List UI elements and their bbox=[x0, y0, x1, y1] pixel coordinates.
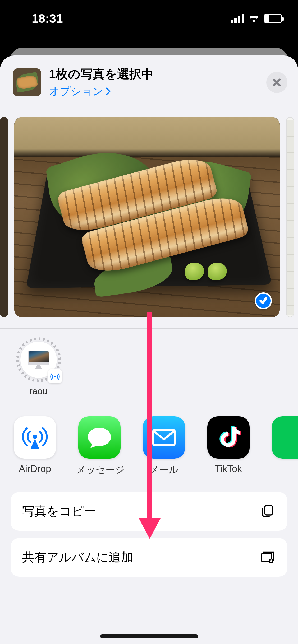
tiktok-icon bbox=[207, 416, 250, 459]
action-card: 写真をコピー bbox=[11, 492, 287, 531]
shared-album-icon bbox=[259, 549, 276, 566]
share-app-peek[interactable] bbox=[270, 416, 298, 476]
airdrop-icon bbox=[14, 416, 56, 459]
share-app-messages[interactable]: メッセージ bbox=[76, 416, 123, 476]
line-icon bbox=[272, 416, 298, 459]
messages-icon bbox=[78, 416, 121, 459]
app-label: AirDrop bbox=[12, 463, 58, 474]
status-bar: 18:31 bbox=[0, 0, 298, 37]
svg-point-0 bbox=[54, 376, 56, 377]
airdrop-badge-icon bbox=[48, 369, 62, 383]
share-sheet: 1枚の写真を選択中 オプション bbox=[0, 55, 298, 644]
action-label: 写真をコピー bbox=[22, 503, 96, 520]
action-copy-photo[interactable]: 写真をコピー bbox=[11, 492, 287, 531]
airdrop-people-row[interactable]: raou bbox=[0, 329, 298, 407]
selected-check-icon bbox=[255, 292, 272, 309]
preview-prev-peek[interactable] bbox=[0, 117, 8, 317]
sheet-header: 1枚の写真を選択中 オプション bbox=[0, 55, 298, 109]
preview-photo-selected[interactable] bbox=[14, 117, 280, 317]
selected-photo-thumbnail[interactable] bbox=[13, 68, 41, 96]
airdrop-contact[interactable]: raou bbox=[13, 337, 64, 396]
status-icons bbox=[231, 11, 282, 26]
copy-icon bbox=[259, 503, 276, 520]
app-label: TikTok bbox=[205, 463, 252, 474]
battery-icon bbox=[264, 14, 282, 23]
action-label: 共有アルバムに追加 bbox=[22, 549, 133, 566]
share-sheet-container: 1枚の写真を選択中 オプション bbox=[0, 48, 298, 644]
status-time: 18:31 bbox=[32, 11, 63, 26]
close-icon bbox=[272, 78, 282, 87]
svg-point-1 bbox=[33, 435, 37, 439]
share-app-tiktok[interactable]: TikTok bbox=[205, 416, 252, 476]
close-button[interactable] bbox=[266, 72, 287, 93]
app-label: メール bbox=[141, 463, 187, 476]
share-app-airdrop[interactable]: AirDrop bbox=[12, 416, 58, 476]
cellular-signal-icon bbox=[231, 14, 244, 23]
home-indicator[interactable] bbox=[100, 634, 198, 638]
chevron-right-icon bbox=[105, 87, 111, 95]
mail-icon bbox=[143, 416, 185, 459]
share-app-row[interactable]: AirDrop メッセージ メール bbox=[0, 407, 298, 492]
photo-content bbox=[14, 117, 280, 317]
preview-next-peek[interactable] bbox=[286, 117, 294, 317]
svg-rect-3 bbox=[265, 505, 272, 515]
app-label: メッセージ bbox=[76, 463, 123, 476]
airdrop-contact-name: raou bbox=[13, 386, 64, 396]
share-app-mail[interactable]: メール bbox=[141, 416, 187, 476]
svg-point-6 bbox=[270, 559, 272, 561]
action-add-shared-album[interactable]: 共有アルバムに追加 bbox=[11, 538, 287, 577]
options-link[interactable]: オプション bbox=[49, 84, 266, 99]
sheet-title: 1枚の写真を選択中 bbox=[49, 66, 266, 82]
device-frame: 18:31 1枚の写真を選択中 オプション bbox=[0, 0, 298, 644]
options-label: オプション bbox=[49, 84, 103, 99]
wifi-icon bbox=[248, 11, 260, 26]
photo-preview-strip[interactable] bbox=[0, 109, 298, 328]
action-card: 共有アルバムに追加 bbox=[11, 538, 287, 577]
action-list: 写真をコピー 共有アルバムに追加 bbox=[0, 492, 298, 577]
